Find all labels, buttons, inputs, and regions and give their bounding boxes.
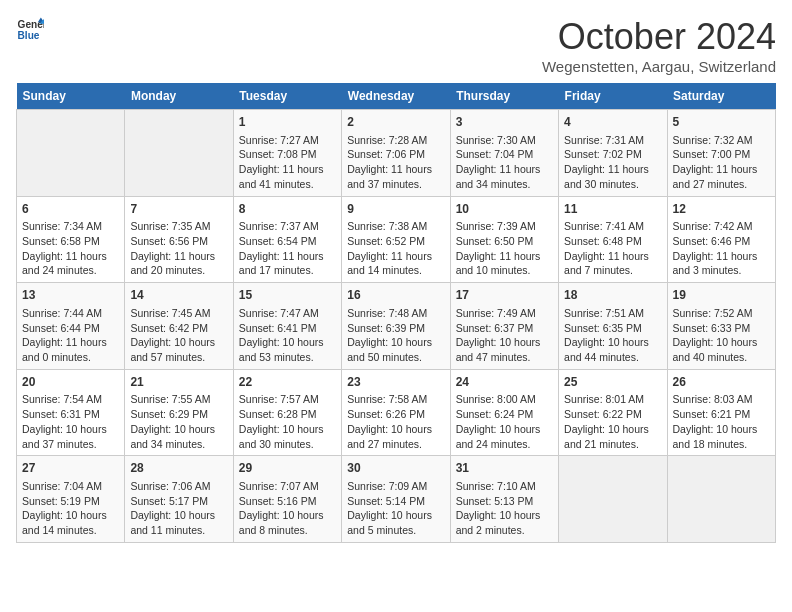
day-cell xyxy=(17,110,125,197)
day-cell: 22Sunrise: 7:57 AMSunset: 6:28 PMDayligh… xyxy=(233,369,341,456)
day-cell xyxy=(559,456,667,543)
day-cell: 23Sunrise: 7:58 AMSunset: 6:26 PMDayligh… xyxy=(342,369,450,456)
day-number: 8 xyxy=(239,201,336,218)
day-header-sunday: Sunday xyxy=(17,83,125,110)
title-section: October 2024 Wegenstetten, Aargau, Switz… xyxy=(542,16,776,75)
page-header: General Blue October 2024 Wegenstetten, … xyxy=(16,16,776,75)
day-number: 20 xyxy=(22,374,119,391)
day-cell: 4Sunrise: 7:31 AMSunset: 7:02 PMDaylight… xyxy=(559,110,667,197)
day-cell: 8Sunrise: 7:37 AMSunset: 6:54 PMDaylight… xyxy=(233,196,341,283)
day-info: Sunrise: 7:49 AMSunset: 6:37 PMDaylight:… xyxy=(456,306,553,365)
day-info: Sunrise: 7:35 AMSunset: 6:56 PMDaylight:… xyxy=(130,219,227,278)
day-number: 22 xyxy=(239,374,336,391)
day-cell: 21Sunrise: 7:55 AMSunset: 6:29 PMDayligh… xyxy=(125,369,233,456)
day-info: Sunrise: 7:48 AMSunset: 6:39 PMDaylight:… xyxy=(347,306,444,365)
day-number: 21 xyxy=(130,374,227,391)
day-cell: 12Sunrise: 7:42 AMSunset: 6:46 PMDayligh… xyxy=(667,196,775,283)
day-info: Sunrise: 7:09 AMSunset: 5:14 PMDaylight:… xyxy=(347,479,444,538)
day-header-thursday: Thursday xyxy=(450,83,558,110)
day-header-monday: Monday xyxy=(125,83,233,110)
day-number: 10 xyxy=(456,201,553,218)
day-number: 12 xyxy=(673,201,770,218)
day-cell: 19Sunrise: 7:52 AMSunset: 6:33 PMDayligh… xyxy=(667,283,775,370)
day-info: Sunrise: 7:54 AMSunset: 6:31 PMDaylight:… xyxy=(22,392,119,451)
day-cell: 13Sunrise: 7:44 AMSunset: 6:44 PMDayligh… xyxy=(17,283,125,370)
month-title: October 2024 xyxy=(542,16,776,58)
day-number: 17 xyxy=(456,287,553,304)
day-number: 23 xyxy=(347,374,444,391)
header-row: SundayMondayTuesdayWednesdayThursdayFrid… xyxy=(17,83,776,110)
day-number: 30 xyxy=(347,460,444,477)
week-row-1: 1Sunrise: 7:27 AMSunset: 7:08 PMDaylight… xyxy=(17,110,776,197)
day-info: Sunrise: 7:51 AMSunset: 6:35 PMDaylight:… xyxy=(564,306,661,365)
day-cell: 24Sunrise: 8:00 AMSunset: 6:24 PMDayligh… xyxy=(450,369,558,456)
day-number: 31 xyxy=(456,460,553,477)
day-number: 11 xyxy=(564,201,661,218)
day-number: 27 xyxy=(22,460,119,477)
day-cell: 25Sunrise: 8:01 AMSunset: 6:22 PMDayligh… xyxy=(559,369,667,456)
day-info: Sunrise: 8:00 AMSunset: 6:24 PMDaylight:… xyxy=(456,392,553,451)
day-info: Sunrise: 7:31 AMSunset: 7:02 PMDaylight:… xyxy=(564,133,661,192)
day-cell: 9Sunrise: 7:38 AMSunset: 6:52 PMDaylight… xyxy=(342,196,450,283)
day-info: Sunrise: 7:07 AMSunset: 5:16 PMDaylight:… xyxy=(239,479,336,538)
day-cell: 30Sunrise: 7:09 AMSunset: 5:14 PMDayligh… xyxy=(342,456,450,543)
day-cell: 20Sunrise: 7:54 AMSunset: 6:31 PMDayligh… xyxy=(17,369,125,456)
day-info: Sunrise: 7:41 AMSunset: 6:48 PMDaylight:… xyxy=(564,219,661,278)
day-info: Sunrise: 7:55 AMSunset: 6:29 PMDaylight:… xyxy=(130,392,227,451)
day-info: Sunrise: 7:27 AMSunset: 7:08 PMDaylight:… xyxy=(239,133,336,192)
day-number: 7 xyxy=(130,201,227,218)
day-info: Sunrise: 7:34 AMSunset: 6:58 PMDaylight:… xyxy=(22,219,119,278)
day-info: Sunrise: 7:10 AMSunset: 5:13 PMDaylight:… xyxy=(456,479,553,538)
day-number: 9 xyxy=(347,201,444,218)
day-number: 1 xyxy=(239,114,336,131)
day-info: Sunrise: 8:01 AMSunset: 6:22 PMDaylight:… xyxy=(564,392,661,451)
day-cell: 28Sunrise: 7:06 AMSunset: 5:17 PMDayligh… xyxy=(125,456,233,543)
day-header-friday: Friday xyxy=(559,83,667,110)
day-number: 5 xyxy=(673,114,770,131)
day-number: 6 xyxy=(22,201,119,218)
day-cell xyxy=(125,110,233,197)
day-header-wednesday: Wednesday xyxy=(342,83,450,110)
svg-text:Blue: Blue xyxy=(18,30,40,41)
day-cell: 27Sunrise: 7:04 AMSunset: 5:19 PMDayligh… xyxy=(17,456,125,543)
day-info: Sunrise: 7:42 AMSunset: 6:46 PMDaylight:… xyxy=(673,219,770,278)
day-info: Sunrise: 8:03 AMSunset: 6:21 PMDaylight:… xyxy=(673,392,770,451)
calendar-table: SundayMondayTuesdayWednesdayThursdayFrid… xyxy=(16,83,776,543)
day-cell: 6Sunrise: 7:34 AMSunset: 6:58 PMDaylight… xyxy=(17,196,125,283)
day-number: 15 xyxy=(239,287,336,304)
day-cell: 2Sunrise: 7:28 AMSunset: 7:06 PMDaylight… xyxy=(342,110,450,197)
day-number: 19 xyxy=(673,287,770,304)
day-cell: 26Sunrise: 8:03 AMSunset: 6:21 PMDayligh… xyxy=(667,369,775,456)
day-number: 24 xyxy=(456,374,553,391)
day-info: Sunrise: 7:58 AMSunset: 6:26 PMDaylight:… xyxy=(347,392,444,451)
day-info: Sunrise: 7:04 AMSunset: 5:19 PMDaylight:… xyxy=(22,479,119,538)
day-info: Sunrise: 7:57 AMSunset: 6:28 PMDaylight:… xyxy=(239,392,336,451)
week-row-4: 20Sunrise: 7:54 AMSunset: 6:31 PMDayligh… xyxy=(17,369,776,456)
day-number: 2 xyxy=(347,114,444,131)
day-cell: 31Sunrise: 7:10 AMSunset: 5:13 PMDayligh… xyxy=(450,456,558,543)
day-number: 13 xyxy=(22,287,119,304)
day-cell: 1Sunrise: 7:27 AMSunset: 7:08 PMDaylight… xyxy=(233,110,341,197)
week-row-3: 13Sunrise: 7:44 AMSunset: 6:44 PMDayligh… xyxy=(17,283,776,370)
day-info: Sunrise: 7:52 AMSunset: 6:33 PMDaylight:… xyxy=(673,306,770,365)
day-number: 14 xyxy=(130,287,227,304)
day-cell: 15Sunrise: 7:47 AMSunset: 6:41 PMDayligh… xyxy=(233,283,341,370)
logo: General Blue xyxy=(16,16,44,44)
day-number: 3 xyxy=(456,114,553,131)
day-cell: 14Sunrise: 7:45 AMSunset: 6:42 PMDayligh… xyxy=(125,283,233,370)
location: Wegenstetten, Aargau, Switzerland xyxy=(542,58,776,75)
day-info: Sunrise: 7:06 AMSunset: 5:17 PMDaylight:… xyxy=(130,479,227,538)
day-cell: 17Sunrise: 7:49 AMSunset: 6:37 PMDayligh… xyxy=(450,283,558,370)
day-info: Sunrise: 7:32 AMSunset: 7:00 PMDaylight:… xyxy=(673,133,770,192)
day-info: Sunrise: 7:30 AMSunset: 7:04 PMDaylight:… xyxy=(456,133,553,192)
week-row-2: 6Sunrise: 7:34 AMSunset: 6:58 PMDaylight… xyxy=(17,196,776,283)
day-cell: 3Sunrise: 7:30 AMSunset: 7:04 PMDaylight… xyxy=(450,110,558,197)
day-cell: 18Sunrise: 7:51 AMSunset: 6:35 PMDayligh… xyxy=(559,283,667,370)
day-cell: 5Sunrise: 7:32 AMSunset: 7:00 PMDaylight… xyxy=(667,110,775,197)
day-header-saturday: Saturday xyxy=(667,83,775,110)
day-cell xyxy=(667,456,775,543)
day-number: 29 xyxy=(239,460,336,477)
day-cell: 16Sunrise: 7:48 AMSunset: 6:39 PMDayligh… xyxy=(342,283,450,370)
day-info: Sunrise: 7:37 AMSunset: 6:54 PMDaylight:… xyxy=(239,219,336,278)
week-row-5: 27Sunrise: 7:04 AMSunset: 5:19 PMDayligh… xyxy=(17,456,776,543)
